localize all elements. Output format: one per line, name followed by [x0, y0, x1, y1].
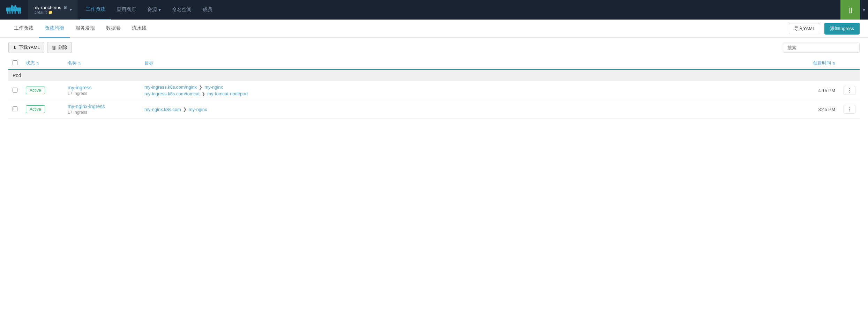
row1-created-time: 4:15 PM — [788, 88, 835, 93]
download-yaml-label: 下载YAML — [19, 44, 40, 51]
arrow-right-icon: ❯ — [199, 85, 202, 90]
ingress-table: 状态 ⇅ 名称 ⇅ 目标 创建时间 ⇅ — [8, 57, 860, 119]
nav-link-resources[interactable]: 资源 ▾ — [142, 0, 166, 20]
nav-link-members-label: 成员 — [203, 7, 212, 13]
header-created[interactable]: 创建时间 ⇅ — [784, 57, 839, 69]
svg-rect-7 — [18, 12, 19, 14]
row2-checkbox[interactable] — [13, 106, 17, 111]
status-badge: Active — [26, 105, 45, 113]
cluster-name-text: my-rancheros — [33, 5, 61, 10]
cluster-info: my-rancheros 🖥 Default 📁 — [33, 5, 67, 15]
svg-rect-3 — [7, 12, 8, 14]
nav-link-namespace-label: 命名空间 — [172, 7, 192, 13]
row2-service-1[interactable]: my-nginx — [189, 107, 207, 112]
row2-name-link[interactable]: my-nginx-ingress — [68, 104, 136, 109]
cluster-name: my-rancheros 🖥 — [33, 5, 67, 10]
row2-target-row-1: my-nginx.k8s.com ❯ my-nginx — [144, 107, 779, 112]
table-row: Active my-ingress L7 Ingress my-ingress.… — [8, 81, 860, 100]
add-ingress-button[interactable]: 添加Ingress — [824, 23, 860, 35]
nav-right: ▯ ▾ — [840, 0, 868, 20]
svg-rect-2 — [17, 8, 21, 12]
sub-tabs-list: 工作负载 负载均衡 服务发现 数据卷 流水线 — [8, 20, 152, 38]
user-chevron-icon: ▾ — [863, 7, 865, 13]
row2-actions-button[interactable]: ⋮ — [844, 105, 855, 114]
delete-label: 删除 — [58, 44, 67, 51]
toolbar-left: ⬇ 下载YAML 🗑 删除 — [8, 42, 72, 53]
row2-created-time: 3:45 PM — [788, 107, 835, 112]
tab-volumes-label: 数据卷 — [106, 25, 121, 31]
user-avatar[interactable]: ▯ — [840, 0, 860, 20]
download-yaml-button[interactable]: ⬇ 下载YAML — [8, 42, 44, 53]
svg-rect-6 — [15, 12, 16, 14]
row1-target-row-2: my-ingress.k8s.com/tomcat ❯ my-tomcat-no… — [144, 91, 779, 96]
header-name[interactable]: 名称 ⇅ — [63, 57, 140, 69]
header-status[interactable]: 状态 ⇅ — [22, 57, 63, 69]
user-menu-chevron[interactable]: ▾ — [860, 0, 868, 20]
svg-rect-10 — [15, 5, 16, 7]
sub-tabs: 工作负载 负载均衡 服务发现 数据卷 流水线 导入YAML 添加Ingress — [0, 20, 868, 38]
svg-rect-0 — [6, 8, 11, 12]
header-name-label: 名称 — [68, 60, 77, 66]
row1-actions-button[interactable]: ⋮ — [844, 86, 855, 95]
add-ingress-label: 添加Ingress — [830, 26, 854, 31]
tab-pipeline[interactable]: 流水线 — [126, 20, 152, 38]
table-row: Active my-nginx-ingress L7 Ingress my-ng… — [8, 100, 860, 119]
user-avatar-icon: ▯ — [848, 6, 852, 14]
status-badge: Active — [26, 87, 45, 94]
tab-pipeline-label: 流水线 — [132, 25, 147, 31]
tab-workload[interactable]: 工作负载 — [8, 20, 39, 38]
table-body: Pod Active my-ingress L7 Ingress — [8, 69, 860, 119]
header-status-label: 状态 — [26, 60, 35, 66]
row2-host-1[interactable]: my-nginx.k8s.com — [144, 107, 181, 112]
toolbar: ⬇ 下载YAML 🗑 删除 — [0, 38, 868, 57]
row1-host-2[interactable]: my-ingress.k8s.com/tomcat — [144, 91, 200, 96]
row1-service-2[interactable]: my-tomcat-nodeport — [207, 91, 248, 96]
logo-area — [0, 0, 28, 20]
row1-created-cell: 4:15 PM — [784, 81, 839, 100]
tab-service-discovery-label: 服务发现 — [75, 25, 95, 31]
search-input[interactable] — [783, 43, 860, 53]
folder-icon: 📁 — [48, 10, 53, 15]
arrow-right-icon-3: ❯ — [183, 107, 187, 112]
row2-type: L7 Ingress — [68, 110, 136, 115]
nav-link-namespace[interactable]: 命名空间 — [166, 0, 197, 20]
sub-tabs-actions: 导入YAML 添加Ingress — [789, 23, 860, 35]
nav-link-workload[interactable]: 工作负载 — [80, 0, 111, 20]
svg-rect-8 — [20, 12, 21, 14]
delete-button[interactable]: 🗑 删除 — [47, 42, 72, 53]
tab-service-discovery[interactable]: 服务发现 — [70, 20, 100, 38]
toolbar-right — [783, 43, 860, 53]
row1-target-row-1: my-ingress.k8s.com/nginx ❯ my-nginx — [144, 84, 779, 90]
table-container: 状态 ⇅ 名称 ⇅ 目标 创建时间 ⇅ — [0, 57, 868, 119]
row1-target-cell: my-ingress.k8s.com/nginx ❯ my-nginx my-i… — [140, 81, 784, 100]
row1-actions-cell: ⋮ — [839, 81, 860, 100]
name-sort-icon: ⇅ — [78, 61, 81, 65]
row1-service-1[interactable]: my-nginx — [204, 84, 223, 90]
tab-load-balancing[interactable]: 负载均衡 — [39, 20, 70, 38]
row2-status-cell: Active — [22, 100, 63, 119]
tab-load-balancing-label: 负载均衡 — [45, 25, 64, 31]
cluster-selector[interactable]: my-rancheros 🖥 Default 📁 ▾ — [28, 0, 77, 20]
select-all-checkbox[interactable] — [13, 60, 17, 65]
import-yaml-button[interactable]: 导入YAML — [789, 23, 820, 34]
header-created-label: 创建时间 — [813, 60, 831, 66]
row1-checkbox-cell — [8, 81, 22, 100]
arrow-right-icon-2: ❯ — [202, 91, 205, 96]
more-icon: ⋮ — [847, 87, 852, 93]
created-sort-icon: ⇅ — [832, 61, 835, 65]
row1-checkbox[interactable] — [13, 88, 17, 92]
svg-point-11 — [13, 8, 14, 9]
row1-name-link[interactable]: my-ingress — [68, 85, 136, 90]
header-actions — [839, 57, 860, 69]
header-checkbox-cell — [8, 57, 22, 69]
cluster-sub: Default 📁 — [33, 10, 67, 15]
tab-volumes[interactable]: 数据卷 — [100, 20, 126, 38]
group-name-text: Pod — [13, 73, 21, 78]
nav-link-resources-label: 资源 — [147, 7, 157, 13]
nav-links: 工作负载 应用商店 资源 ▾ 命名空间 成员 — [80, 0, 218, 20]
nav-link-appstore[interactable]: 应用商店 — [111, 0, 142, 20]
row1-type: L7 Ingress — [68, 91, 136, 96]
row1-host-1[interactable]: my-ingress.k8s.com/nginx — [144, 84, 197, 90]
top-navigation: my-rancheros 🖥 Default 📁 ▾ 工作负载 应用商店 资源 … — [0, 0, 868, 20]
nav-link-members[interactable]: 成员 — [197, 0, 218, 20]
